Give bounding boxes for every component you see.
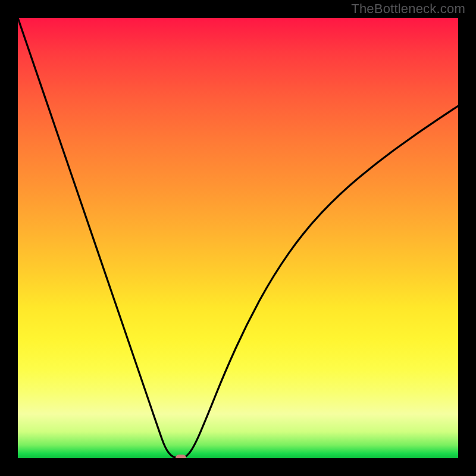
curve-svg [18, 18, 458, 458]
bottleneck-curve [18, 18, 458, 458]
watermark-text: TheBottleneck.com [351, 1, 465, 17]
chart-frame: TheBottleneck.com [0, 0, 476, 476]
plot-area [18, 18, 458, 458]
optimal-point-marker [176, 455, 186, 458]
